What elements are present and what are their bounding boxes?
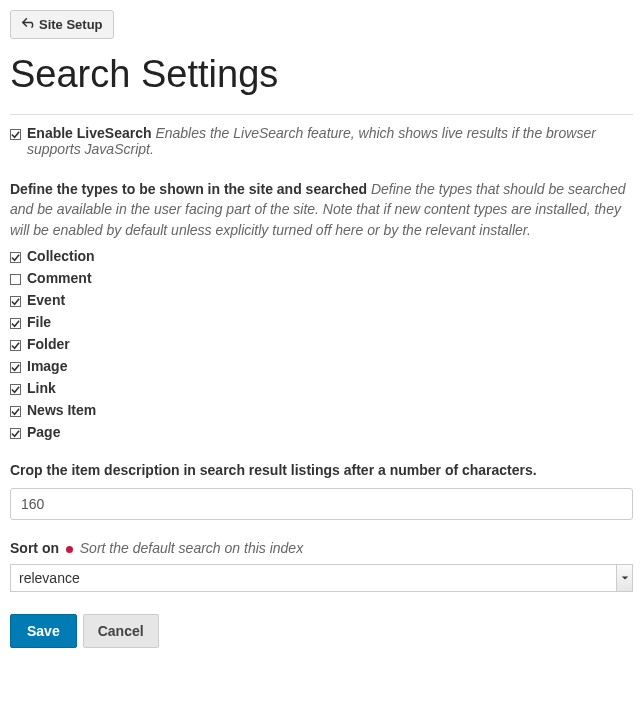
type-checkbox[interactable] <box>10 406 21 417</box>
page-title: Search Settings <box>10 53 633 96</box>
sort-field: Sort on Sort the default search on this … <box>10 540 633 556</box>
type-label: Comment <box>27 270 92 286</box>
type-label: Page <box>27 424 60 440</box>
cancel-button[interactable]: Cancel <box>83 614 159 648</box>
type-row: News Item <box>10 402 633 418</box>
save-button[interactable]: Save <box>10 614 77 648</box>
type-row: Folder <box>10 336 633 352</box>
sort-selected-value: relevance <box>11 570 616 586</box>
back-arrow-icon <box>21 16 35 33</box>
divider <box>10 114 633 115</box>
type-checkbox[interactable] <box>10 340 21 351</box>
site-setup-label: Site Setup <box>39 17 103 32</box>
crop-label: Crop the item description in search resu… <box>10 462 633 478</box>
chevron-down-icon <box>616 565 632 591</box>
livesearch-checkbox[interactable] <box>10 129 21 140</box>
type-checkbox[interactable] <box>10 252 21 263</box>
type-checkbox[interactable] <box>10 296 21 307</box>
type-row: Image <box>10 358 633 374</box>
type-checkbox[interactable] <box>10 274 21 285</box>
type-checkbox[interactable] <box>10 362 21 373</box>
type-label: File <box>27 314 51 330</box>
types-section-heading: Define the types to be shown in the site… <box>10 179 633 240</box>
types-section-label: Define the types to be shown in the site… <box>10 181 367 197</box>
type-label: Image <box>27 358 67 374</box>
type-checkbox[interactable] <box>10 318 21 329</box>
type-row: File <box>10 314 633 330</box>
type-row: Page <box>10 424 633 440</box>
button-row: Save Cancel <box>10 614 633 648</box>
site-setup-button[interactable]: Site Setup <box>10 10 114 39</box>
type-row: Comment <box>10 270 633 286</box>
sort-help: Sort the default search on this index <box>80 540 303 556</box>
type-row: Collection <box>10 248 633 264</box>
type-label: Collection <box>27 248 95 264</box>
type-row: Event <box>10 292 633 308</box>
type-row: Link <box>10 380 633 396</box>
livesearch-field: Enable LiveSearch Enables the LiveSearch… <box>10 125 633 157</box>
required-dot-icon <box>66 546 73 553</box>
livesearch-label: Enable LiveSearch <box>27 125 152 141</box>
type-checkbox[interactable] <box>10 428 21 439</box>
type-label: News Item <box>27 402 96 418</box>
type-label: Folder <box>27 336 70 352</box>
sort-select[interactable]: relevance <box>10 564 633 592</box>
sort-label: Sort on <box>10 540 59 556</box>
type-checkbox[interactable] <box>10 384 21 395</box>
type-list: CollectionCommentEventFileFolderImageLin… <box>10 248 633 440</box>
crop-input[interactable] <box>10 488 633 520</box>
type-label: Event <box>27 292 65 308</box>
type-label: Link <box>27 380 56 396</box>
